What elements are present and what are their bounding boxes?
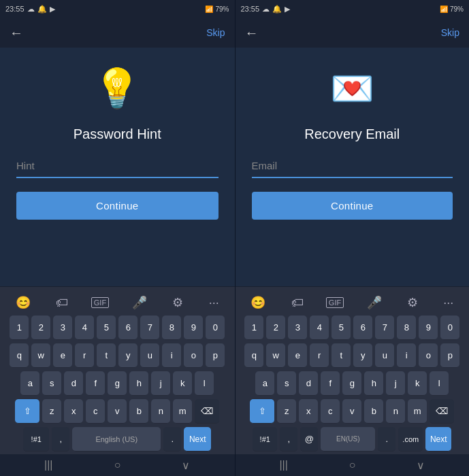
key-m-left[interactable]: m	[173, 399, 192, 424]
key-f-left[interactable]: f	[86, 371, 105, 396]
key-q-left[interactable]: q	[10, 343, 29, 368]
email-input-wrapper[interactable]	[252, 157, 453, 178]
sticker-button-right[interactable]: 🏷	[289, 294, 306, 311]
nav-menu-icon-right[interactable]: |||	[279, 459, 287, 471]
key-o-right[interactable]: o	[419, 343, 438, 368]
key-next-left[interactable]: Next	[184, 427, 211, 452]
key-5-right[interactable]: 5	[331, 316, 351, 340]
key-2-left[interactable]: 2	[31, 316, 50, 340]
key-b-left[interactable]: b	[129, 399, 148, 424]
key-shift-right[interactable]: ⇧	[250, 399, 274, 424]
mic-button-right[interactable]: 🎤	[364, 294, 385, 311]
key-r-left[interactable]: r	[75, 343, 94, 368]
key-h-right[interactable]: h	[364, 371, 383, 396]
mic-button-left[interactable]: 🎤	[129, 294, 150, 311]
key-n-left[interactable]: n	[151, 399, 170, 424]
key-7-left[interactable]: 7	[140, 316, 159, 340]
key-k-right[interactable]: k	[408, 371, 427, 396]
key-e-right[interactable]: e	[288, 343, 307, 368]
settings-button-right[interactable]: ⚙	[404, 294, 421, 311]
key-at-right[interactable]: @	[300, 427, 318, 452]
key-7-right[interactable]: 7	[375, 316, 394, 340]
key-0-left[interactable]: 0	[206, 316, 225, 340]
key-8-right[interactable]: 8	[397, 316, 416, 340]
key-backspace-left[interactable]: ⌫	[195, 399, 219, 424]
nav-back-icon-right[interactable]: ∨	[417, 459, 425, 472]
key-x-right[interactable]: x	[299, 399, 318, 424]
hint-input[interactable]	[16, 157, 219, 174]
key-6-left[interactable]: 6	[118, 316, 138, 340]
key-b-right[interactable]: b	[364, 399, 383, 424]
back-button-left[interactable]: ←	[10, 25, 23, 41]
key-2-right[interactable]: 2	[266, 316, 285, 340]
key-3-right[interactable]: 3	[288, 316, 307, 340]
key-y-left[interactable]: y	[118, 343, 138, 368]
key-6-right[interactable]: 6	[353, 316, 372, 340]
gif-button-right[interactable]: GIF	[326, 297, 344, 308]
key-1-right[interactable]: 1	[244, 316, 263, 340]
key-f-right[interactable]: f	[321, 371, 340, 396]
key-v-left[interactable]: v	[108, 399, 127, 424]
key-w-right[interactable]: w	[266, 343, 285, 368]
key-j-left[interactable]: j	[151, 371, 170, 396]
key-e-left[interactable]: e	[53, 343, 72, 368]
key-t-right[interactable]: t	[331, 343, 351, 368]
emoji-button-right[interactable]: 😊	[248, 294, 268, 311]
key-comma-right[interactable]: ,	[280, 427, 297, 452]
emoji-button-left[interactable]: 😊	[13, 294, 33, 311]
key-d-left[interactable]: d	[64, 371, 83, 396]
key-z-left[interactable]: z	[42, 399, 61, 424]
nav-menu-icon-left[interactable]: |||	[44, 459, 52, 471]
hint-input-wrapper[interactable]	[16, 157, 219, 178]
key-a-left[interactable]: a	[20, 371, 39, 396]
key-symbols-right[interactable]: !#1	[253, 427, 277, 452]
key-5-left[interactable]: 5	[97, 316, 116, 340]
key-k-left[interactable]: k	[173, 371, 192, 396]
key-g-left[interactable]: g	[108, 371, 127, 396]
key-space-right[interactable]: EN(US)	[321, 427, 375, 452]
key-9-right[interactable]: 9	[419, 316, 438, 340]
continue-button-right[interactable]: Continue	[252, 192, 453, 220]
key-period-left[interactable]: .	[163, 427, 181, 452]
key-i-left[interactable]: i	[162, 343, 181, 368]
key-y-right[interactable]: y	[353, 343, 372, 368]
back-button-right[interactable]: ←	[245, 25, 259, 41]
key-8-left[interactable]: 8	[162, 316, 181, 340]
key-space-left[interactable]: English (US)	[72, 427, 161, 452]
nav-back-icon-left[interactable]: ∨	[182, 459, 190, 472]
key-dotcom-right[interactable]: .com	[398, 427, 423, 452]
nav-home-icon-right[interactable]: ○	[349, 459, 356, 471]
key-t-left[interactable]: t	[97, 343, 116, 368]
key-m-right[interactable]: m	[408, 399, 427, 424]
key-a-right[interactable]: a	[255, 371, 274, 396]
key-9-left[interactable]: 9	[184, 316, 203, 340]
key-i-right[interactable]: i	[397, 343, 416, 368]
key-l-right[interactable]: l	[430, 371, 449, 396]
key-1-left[interactable]: 1	[10, 316, 29, 340]
key-shift-left[interactable]: ⇧	[15, 399, 39, 424]
key-0-right[interactable]: 0	[440, 316, 459, 340]
skip-button-left[interactable]: Skip	[206, 27, 225, 38]
key-3-left[interactable]: 3	[53, 316, 72, 340]
key-j-right[interactable]: j	[386, 371, 405, 396]
key-u-right[interactable]: u	[375, 343, 394, 368]
key-d-right[interactable]: d	[299, 371, 318, 396]
key-backspace-right[interactable]: ⌫	[430, 399, 454, 424]
key-n-right[interactable]: n	[386, 399, 405, 424]
key-l-left[interactable]: l	[195, 371, 214, 396]
key-h-left[interactable]: h	[129, 371, 148, 396]
key-4-left[interactable]: 4	[75, 316, 94, 340]
key-comma-left[interactable]: ,	[52, 427, 69, 452]
email-input[interactable]	[252, 157, 453, 174]
gif-button-left[interactable]: GIF	[91, 297, 109, 308]
key-p-left[interactable]: p	[206, 343, 225, 368]
key-symbols-left[interactable]: !#1	[23, 427, 49, 452]
skip-button-right[interactable]: Skip	[441, 27, 459, 38]
key-v-right[interactable]: v	[342, 399, 361, 424]
key-o-left[interactable]: o	[184, 343, 203, 368]
key-c-right[interactable]: c	[321, 399, 340, 424]
key-p-right[interactable]: p	[440, 343, 459, 368]
key-r-right[interactable]: r	[310, 343, 329, 368]
key-x-left[interactable]: x	[64, 399, 83, 424]
continue-button-left[interactable]: Continue	[16, 192, 219, 220]
